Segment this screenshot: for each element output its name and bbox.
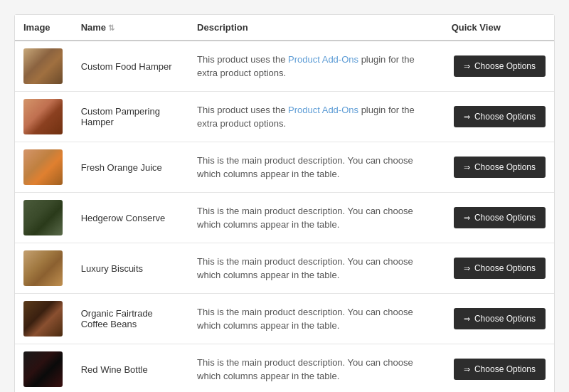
arrow-icon: ⇒ bbox=[464, 213, 470, 223]
choose-options-button[interactable]: ⇒Choose Options bbox=[454, 55, 546, 77]
choose-options-button[interactable]: ⇒Choose Options bbox=[454, 308, 546, 329]
product-description: This is the main product description. Yo… bbox=[188, 193, 443, 243]
quickview-cell: ⇒Choose Options bbox=[443, 344, 554, 393]
table-header-row: Image Name Description Quick View bbox=[15, 15, 554, 41]
description-text: This product uses the bbox=[197, 105, 288, 115]
product-image bbox=[23, 48, 63, 84]
product-description: This product uses the Product Add-Ons pl… bbox=[188, 92, 443, 142]
table-row: Custom Food HamperThis product uses the … bbox=[15, 41, 554, 92]
arrow-icon: ⇒ bbox=[464, 365, 470, 374]
choose-options-button[interactable]: ⇒Choose Options bbox=[454, 106, 546, 127]
col-header-image: Image bbox=[15, 15, 73, 41]
choose-options-button[interactable]: ⇒Choose Options bbox=[454, 157, 546, 178]
col-header-description: Description bbox=[188, 15, 443, 41]
product-description: This is the main product description. Yo… bbox=[188, 294, 443, 344]
arrow-icon: ⇒ bbox=[464, 163, 470, 172]
choose-options-label: Choose Options bbox=[474, 364, 536, 374]
choose-options-button[interactable]: ⇒Choose Options bbox=[454, 258, 546, 279]
quickview-cell: ⇒Choose Options bbox=[443, 193, 554, 243]
quickview-cell: ⇒Choose Options bbox=[443, 243, 554, 294]
choose-options-label: Choose Options bbox=[474, 61, 536, 71]
arrow-icon: ⇒ bbox=[464, 62, 470, 71]
product-table: Image Name Description Quick View Custom… bbox=[15, 15, 554, 392]
table-row: Fresh Orange JuiceThis is the main produ… bbox=[15, 142, 554, 193]
choose-options-button[interactable]: ⇒Choose Options bbox=[454, 207, 546, 228]
product-image bbox=[23, 99, 63, 134]
choose-options-label: Choose Options bbox=[474, 112, 536, 122]
product-image-cell bbox=[15, 193, 73, 243]
table-row: Luxury BiscuitsThis is the main product … bbox=[15, 243, 554, 294]
product-image bbox=[23, 351, 63, 387]
product-addons-link[interactable]: Product Add-Ons bbox=[288, 105, 358, 115]
table-row: Hedgerow ConserveThis is the main produc… bbox=[15, 193, 554, 243]
quickview-cell: ⇒Choose Options bbox=[443, 92, 554, 142]
quickview-cell: ⇒Choose Options bbox=[443, 142, 554, 193]
description-text: This product uses the bbox=[197, 54, 288, 65]
product-image bbox=[23, 301, 63, 337]
arrow-icon: ⇒ bbox=[464, 264, 470, 273]
choose-options-label: Choose Options bbox=[474, 213, 536, 223]
choose-options-button[interactable]: ⇒Choose Options bbox=[454, 359, 546, 380]
quickview-cell: ⇒Choose Options bbox=[443, 294, 554, 344]
product-description: This product uses the Product Add-Ons pl… bbox=[188, 41, 443, 92]
product-image bbox=[23, 250, 63, 286]
product-name: Fresh Orange Juice bbox=[73, 142, 188, 193]
product-name: Custom Pampering Hamper bbox=[73, 92, 188, 142]
choose-options-label: Choose Options bbox=[474, 314, 536, 324]
product-description: This is the main product description. Yo… bbox=[188, 142, 443, 193]
col-header-quickview: Quick View bbox=[443, 15, 554, 41]
table-row: Custom Pampering HamperThis product uses… bbox=[15, 92, 554, 142]
product-name: Luxury Biscuits bbox=[73, 243, 188, 294]
choose-options-label: Choose Options bbox=[474, 263, 536, 273]
product-image-cell bbox=[15, 243, 73, 294]
product-image bbox=[23, 149, 63, 185]
product-image-cell bbox=[15, 344, 73, 393]
product-image bbox=[23, 200, 63, 235]
product-image-cell bbox=[15, 92, 73, 142]
quickview-cell: ⇒Choose Options bbox=[443, 41, 554, 92]
choose-options-label: Choose Options bbox=[474, 162, 536, 172]
product-description: This is the main product description. Yo… bbox=[188, 344, 443, 393]
product-image-cell bbox=[15, 41, 73, 92]
product-addons-link[interactable]: Product Add-Ons bbox=[288, 54, 358, 65]
product-name: Custom Food Hamper bbox=[73, 41, 188, 92]
table-row: Organic Fairtrade Coffee BeansThis is th… bbox=[15, 294, 554, 344]
product-name: Hedgerow Conserve bbox=[73, 193, 188, 243]
product-table-container: Image Name Description Quick View Custom… bbox=[14, 14, 555, 392]
product-description: This is the main product description. Yo… bbox=[188, 243, 443, 294]
product-name: Organic Fairtrade Coffee Beans bbox=[73, 294, 188, 344]
arrow-icon: ⇒ bbox=[464, 112, 470, 122]
product-image-cell bbox=[15, 294, 73, 344]
product-name: Red Wine Bottle bbox=[73, 344, 188, 393]
arrow-icon: ⇒ bbox=[464, 314, 470, 324]
col-header-name[interactable]: Name bbox=[73, 15, 188, 41]
product-image-cell bbox=[15, 142, 73, 193]
table-row: Red Wine BottleThis is the main product … bbox=[15, 344, 554, 393]
